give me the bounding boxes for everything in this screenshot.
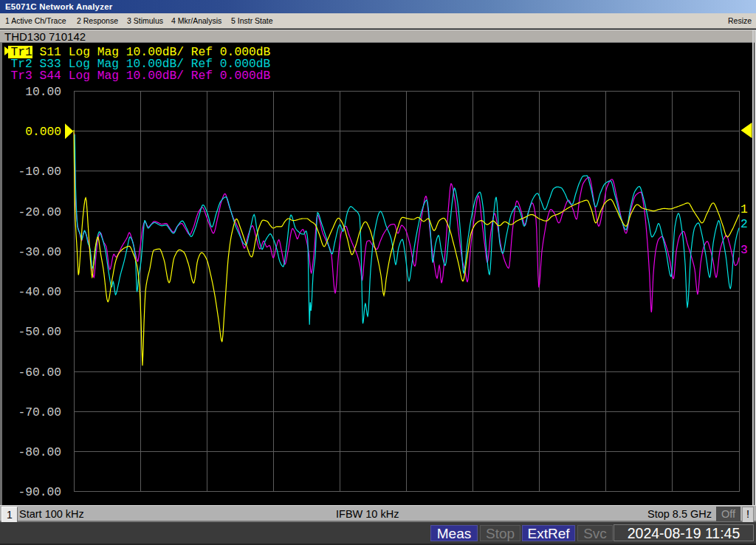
svg-text:-90.00: -90.00 bbox=[18, 485, 61, 499]
svg-text:-10.00: -10.00 bbox=[18, 165, 61, 179]
svg-text:10.00: 10.00 bbox=[25, 85, 61, 99]
svg-text:-80.00: -80.00 bbox=[18, 445, 61, 459]
svg-text:3: 3 bbox=[740, 243, 748, 257]
svg-text:1: 1 bbox=[740, 202, 748, 216]
svg-text:-40.00: -40.00 bbox=[18, 285, 61, 299]
svg-text:-30.00: -30.00 bbox=[18, 245, 61, 259]
svg-text:-60.00: -60.00 bbox=[18, 366, 61, 380]
svg-text:-70.00: -70.00 bbox=[18, 405, 61, 419]
svg-text:0.000: 0.000 bbox=[25, 125, 61, 139]
svg-text:2: 2 bbox=[740, 217, 748, 231]
svg-text:-20.00: -20.00 bbox=[18, 205, 61, 219]
svg-text:-50.00: -50.00 bbox=[18, 325, 61, 339]
